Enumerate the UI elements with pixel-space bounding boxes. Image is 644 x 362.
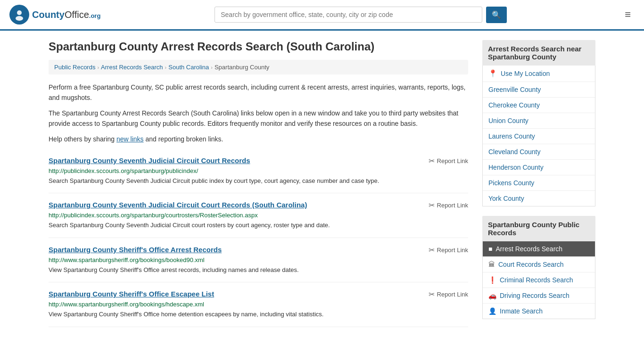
description-para3: Help others by sharing new links and rep…: [49, 134, 468, 144]
svg-point-2: [16, 16, 23, 21]
report-icon-2: ✂: [429, 246, 435, 255]
nearby-county-0[interactable]: Greenville County: [483, 82, 595, 98]
breadcrumb: Public Records › Arrest Records Search ›…: [49, 60, 468, 74]
result-header-0: Spartanburg County Seventh Judicial Circ…: [49, 156, 468, 165]
breadcrumb-sep-1: ›: [97, 65, 99, 70]
nearby-county-link-6[interactable]: Pickens County: [488, 179, 534, 187]
use-my-location-link[interactable]: Use My Location: [501, 70, 550, 77]
public-records-title: Spartanburg County Public Records: [482, 216, 595, 241]
report-link-1[interactable]: ✂ Report Link: [429, 201, 468, 210]
nearby-list: 📍 Use My Location Greenville CountyChero…: [482, 66, 595, 206]
nearby-county-4[interactable]: Cleveland County: [483, 144, 595, 160]
public-record-link-2[interactable]: Criminal Records Search: [500, 276, 573, 284]
nearby-county-link-4[interactable]: Cleveland County: [488, 148, 541, 156]
public-record-link-1[interactable]: Court Records Search: [498, 261, 564, 268]
nearby-county-6[interactable]: Pickens County: [483, 175, 595, 191]
logo-icon: [9, 5, 29, 25]
result-desc-0: Search Spartanburg County Seventh Judici…: [49, 176, 468, 186]
description-para1: Perform a free Spartanburg County, SC pu…: [49, 82, 468, 103]
breadcrumb-south-carolina[interactable]: South Carolina: [168, 64, 209, 71]
report-label-3: Report Link: [437, 291, 468, 298]
result-title-3[interactable]: Spartanburg County Sheriff's Office Esca…: [49, 290, 214, 298]
public-record-icon-0: ■: [488, 245, 492, 253]
result-title-1[interactable]: Spartanburg County Seventh Judicial Circ…: [49, 201, 307, 209]
location-icon: 📍: [488, 69, 497, 78]
nearby-county-link-3[interactable]: Laurens County: [488, 132, 535, 140]
report-icon-0: ✂: [429, 156, 435, 165]
public-record-item-0[interactable]: ■ Arrest Records Search: [483, 241, 595, 257]
nearby-county-2[interactable]: Union County: [483, 113, 595, 129]
report-icon-1: ✂: [429, 201, 435, 210]
nearby-county-link-1[interactable]: Cherokee County: [488, 101, 540, 109]
result-title-0[interactable]: Spartanburg County Seventh Judicial Circ…: [49, 156, 250, 165]
site-header: CountyOffice.org 🔍 ≡: [0, 0, 644, 31]
use-my-location-item[interactable]: 📍 Use My Location: [483, 66, 595, 82]
nearby-county-link-0[interactable]: Greenville County: [488, 86, 541, 93]
public-record-icon-1: 🏛: [488, 261, 495, 268]
report-link-0[interactable]: ✂ Report Link: [429, 156, 468, 165]
nearby-county-link-5[interactable]: Henderson County: [488, 164, 544, 171]
result-title-2[interactable]: Spartanburg County Sheriff's Office Arre…: [49, 246, 222, 254]
nearby-county-link-2[interactable]: Union County: [488, 117, 528, 124]
search-input[interactable]: [215, 7, 482, 23]
result-desc-3: View Spartanburg County Sheriff's Office…: [49, 310, 468, 319]
report-label-2: Report Link: [437, 247, 468, 254]
breadcrumb-public-records[interactable]: Public Records: [54, 64, 95, 71]
search-area: 🔍: [215, 7, 507, 23]
search-button[interactable]: 🔍: [486, 7, 507, 23]
report-icon-3: ✂: [429, 290, 435, 299]
result-item-0: Spartanburg County Seventh Judicial Circ…: [49, 149, 468, 194]
report-link-2[interactable]: ✂ Report Link: [429, 246, 468, 255]
public-record-item-3[interactable]: 🚗 Driving Records Search: [483, 288, 595, 304]
nearby-title: Arrest Records Search near Spartanburg C…: [482, 40, 595, 66]
result-header-2: Spartanburg County Sheriff's Office Arre…: [49, 246, 468, 255]
results-list: Spartanburg County Seventh Judicial Circ…: [49, 149, 468, 327]
result-url-0[interactable]: http://publicindex.sccourts.org/spartanb…: [49, 167, 468, 174]
breadcrumb-current: Spartanburg County: [215, 64, 269, 71]
content-area: Spartanburg County Arrest Records Search…: [49, 40, 468, 329]
public-record-item-1[interactable]: 🏛 Court Records Search: [483, 257, 595, 272]
result-url-1[interactable]: http://publicindex.sccourts.org/spartanb…: [49, 212, 468, 219]
public-record-icon-3: 🚗: [488, 292, 496, 299]
public-record-icon-2: ❗: [488, 276, 496, 284]
description-para2: The Spartanburg County Arrest Records Se…: [49, 108, 468, 129]
nearby-county-1[interactable]: Cherokee County: [483, 98, 595, 113]
public-record-item-2[interactable]: ❗ Criminal Records Search: [483, 272, 595, 288]
result-desc-2: View Spartanburg County Sheriff's Office…: [49, 265, 468, 275]
public-record-icon-4: 👤: [488, 307, 496, 315]
nearby-county-7[interactable]: York County: [483, 191, 595, 206]
logo-area[interactable]: CountyOffice.org: [9, 5, 100, 25]
public-record-link-3[interactable]: Driving Records Search: [500, 292, 570, 299]
public-record-item-4[interactable]: 👤 Inmate Search: [483, 304, 595, 319]
result-item-2: Spartanburg County Sheriff's Office Arre…: [49, 238, 468, 283]
search-icon: 🔍: [492, 11, 501, 19]
result-header-3: Spartanburg County Sheriff's Office Esca…: [49, 290, 468, 299]
result-desc-1: Search Spartanburg County Seventh Judici…: [49, 221, 468, 230]
result-url-2[interactable]: http://www.spartanburgsheriff.org/bookin…: [49, 256, 468, 263]
nearby-section: Arrest Records Search near Spartanburg C…: [482, 40, 595, 206]
nearby-county-5[interactable]: Henderson County: [483, 160, 595, 175]
nearby-county-link-7[interactable]: York County: [488, 195, 524, 202]
result-item-1: Spartanburg County Seventh Judicial Circ…: [49, 193, 468, 238]
report-label-1: Report Link: [437, 202, 468, 209]
result-header-1: Spartanburg County Seventh Judicial Circ…: [49, 201, 468, 210]
result-url-3[interactable]: http://www.spartanburgsheriff.org/bookin…: [49, 301, 468, 308]
nearby-county-3[interactable]: Laurens County: [483, 129, 595, 144]
sidebar: Arrest Records Search near Spartanburg C…: [482, 40, 595, 329]
logo-text: CountyOffice.org: [32, 9, 100, 20]
svg-point-1: [17, 10, 22, 15]
report-link-3[interactable]: ✂ Report Link: [429, 290, 468, 299]
public-records-section: Spartanburg County Public Records ■ Arre…: [482, 216, 595, 319]
hamburger-icon: ≡: [625, 8, 631, 20]
menu-button[interactable]: ≡: [621, 7, 635, 23]
report-label-0: Report Link: [437, 157, 468, 165]
public-record-link-0[interactable]: Arrest Records Search: [495, 245, 562, 253]
header-right: ≡: [621, 7, 635, 23]
public-record-link-4[interactable]: Inmate Search: [500, 307, 543, 315]
page-title: Spartanburg County Arrest Records Search…: [49, 40, 468, 53]
breadcrumb-sep-3: ›: [211, 65, 213, 70]
new-links-link[interactable]: new links: [116, 135, 144, 143]
breadcrumb-arrest-records[interactable]: Arrest Records Search: [101, 64, 163, 71]
main-container: Spartanburg County Arrest Records Search…: [39, 31, 605, 338]
breadcrumb-sep-2: ›: [165, 65, 167, 70]
